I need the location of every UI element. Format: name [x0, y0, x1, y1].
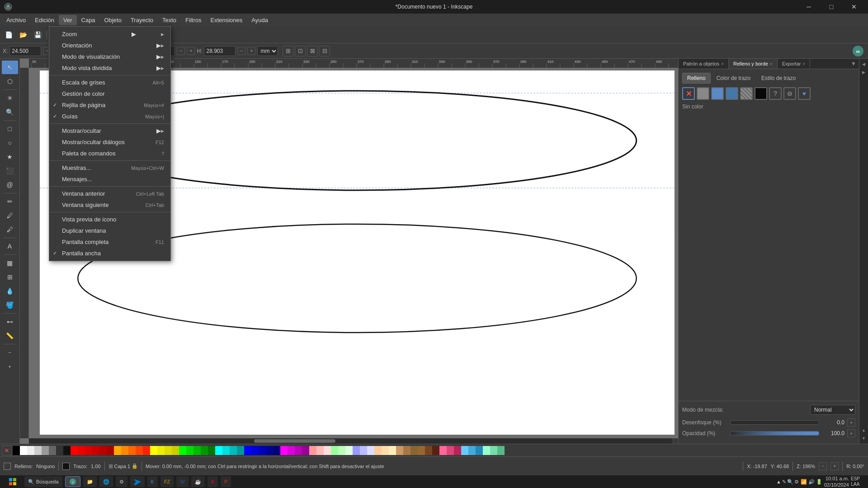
- taskbar-word[interactable]: W: [176, 476, 188, 487]
- opacity-track[interactable]: [730, 431, 819, 436]
- unset-paint-button[interactable]: ⊖: [783, 87, 796, 100]
- edge-btn-3[interactable]: ▲: [860, 427, 868, 434]
- dd-zoom[interactable]: Zoom ▶: [49, 28, 170, 40]
- rect-tool[interactable]: □: [2, 122, 18, 136]
- mesh-tool[interactable]: ⊞: [2, 270, 18, 284]
- text-tool[interactable]: A: [2, 239, 18, 253]
- h-plus[interactable]: +: [247, 47, 255, 55]
- tabs-expand[interactable]: ▼: [848, 59, 859, 69]
- dd-pantalla-ancha[interactable]: ✓ Pantalla ancha: [49, 248, 170, 259]
- palette-swatch[interactable]: [259, 446, 266, 455]
- snap-btn-4[interactable]: ⊟: [319, 46, 330, 56]
- search-tray[interactable]: 🔍: [787, 479, 793, 485]
- tab-export[interactable]: Exportar ×: [778, 59, 810, 69]
- palette-swatch[interactable]: [56, 446, 63, 455]
- battery-icon[interactable]: 🔋: [816, 479, 822, 485]
- clock[interactable]: 10:01 a.m. 02/10/2024: [824, 475, 849, 488]
- palette-swatch[interactable]: [454, 446, 461, 455]
- menu-objeto[interactable]: Objeto: [100, 15, 126, 25]
- measure-tool[interactable]: 📏: [2, 329, 18, 343]
- palette-swatch[interactable]: [34, 446, 42, 455]
- dd-duplicar[interactable]: Duplicar ventana: [49, 225, 170, 236]
- palette-swatch[interactable]: [230, 446, 237, 455]
- blur-track[interactable]: [730, 420, 819, 425]
- blend-mode-select[interactable]: Normal Multiplicar Pantalla Superponer O…: [810, 405, 855, 415]
- taskbar-filezilla[interactable]: FZ: [160, 476, 174, 487]
- edge-btn-4[interactable]: ▼: [860, 435, 868, 442]
- dd-vista-icono[interactable]: Vista previa de icono: [49, 214, 170, 225]
- palette-swatch[interactable]: [27, 446, 34, 455]
- palette-swatch[interactable]: [179, 446, 186, 455]
- palette-swatch[interactable]: [208, 446, 215, 455]
- palette-swatch[interactable]: [280, 446, 288, 455]
- sound-icon[interactable]: 🔊: [808, 479, 815, 485]
- dd-guias[interactable]: ✓ Guías Mayús+|: [49, 111, 170, 122]
- 3d-box-tool[interactable]: ⬛: [2, 164, 18, 178]
- palette-swatch[interactable]: [150, 446, 157, 455]
- h-scroll-thumb[interactable]: [254, 439, 335, 443]
- spiral-tool[interactable]: @: [2, 178, 18, 192]
- palette-swatch[interactable]: [172, 446, 179, 455]
- palette-swatch[interactable]: [309, 446, 316, 455]
- menu-trayecto[interactable]: Trayecto: [126, 15, 158, 25]
- swatch-button[interactable]: [755, 87, 767, 100]
- tweak-tool[interactable]: ✳: [2, 91, 18, 105]
- palette-swatch[interactable]: [302, 446, 309, 455]
- palette-swatch[interactable]: [374, 446, 382, 455]
- minimize-button[interactable]: ─: [798, 0, 819, 14]
- palette-swatch[interactable]: [215, 446, 222, 455]
- palette-swatch[interactable]: [324, 446, 331, 455]
- dd-gestion-color[interactable]: Gestión de color: [49, 88, 170, 99]
- paint-bucket-tool[interactable]: 🪣: [2, 298, 18, 312]
- zoom-out-status[interactable]: −: [819, 462, 827, 470]
- palette-swatch[interactable]: [439, 446, 447, 455]
- blue-color-button[interactable]: [711, 87, 724, 100]
- palette-swatch[interactable]: [490, 446, 497, 455]
- dd-modo-viz[interactable]: Modo de visualización ▶: [49, 51, 170, 62]
- flat-color-button[interactable]: [697, 87, 709, 100]
- gradient-tool[interactable]: ▦: [2, 256, 18, 270]
- palette-swatch[interactable]: [237, 446, 244, 455]
- palette-swatch[interactable]: [288, 446, 295, 455]
- dd-escala-grises[interactable]: Escala de grises Alt+5: [49, 77, 170, 88]
- palette-swatch[interactable]: [396, 446, 403, 455]
- palette-swatch[interactable]: [78, 446, 85, 455]
- language-indicator[interactable]: ESP LAA: [851, 476, 860, 487]
- calligraphy-tool[interactable]: 🖋: [2, 223, 18, 236]
- menu-ver[interactable]: Ver: [59, 15, 77, 25]
- palette-swatch[interactable]: [114, 446, 121, 455]
- no-paint-button[interactable]: ✕: [682, 87, 695, 100]
- close-button[interactable]: ✕: [844, 0, 864, 14]
- palette-swatch[interactable]: [447, 446, 454, 455]
- edge-btn-2[interactable]: ▶: [860, 69, 868, 76]
- menu-texto[interactable]: Texto: [158, 15, 181, 25]
- palette-swatch[interactable]: [143, 446, 150, 455]
- blur-add[interactable]: +: [847, 418, 855, 427]
- palette-swatch[interactable]: [107, 446, 114, 455]
- blue2-color-button[interactable]: [726, 87, 738, 100]
- taskbar-kleopatra[interactable]: K: [147, 476, 158, 487]
- menu-edicion[interactable]: Edición: [30, 15, 59, 25]
- zoom-in-status[interactable]: +: [830, 462, 839, 470]
- h-input[interactable]: [204, 46, 236, 56]
- settings-tray[interactable]: ⚙: [794, 479, 799, 485]
- dd-ventana-siguiente[interactable]: Ventana siguiente Ctrl+Tab: [49, 199, 170, 211]
- close-tab-pattern[interactable]: ×: [721, 61, 724, 66]
- tab-pattern-to-objects[interactable]: Patrón a objetos ×: [679, 59, 729, 69]
- tray-arrow[interactable]: ▲: [776, 479, 781, 484]
- new-button[interactable]: 📄: [2, 28, 15, 41]
- wifi-icon[interactable]: 📶: [801, 479, 807, 485]
- stroke-color-subtab[interactable]: Color de trazo: [712, 73, 755, 84]
- palette-swatch[interactable]: [128, 446, 136, 455]
- taskbar-app3[interactable]: ⚙: [116, 476, 127, 487]
- dd-dialogos[interactable]: Mostrar/ocultar diálogos F12: [49, 136, 170, 148]
- palette-swatch[interactable]: [331, 446, 338, 455]
- palette-swatch[interactable]: [353, 446, 360, 455]
- x-input[interactable]: [9, 46, 41, 56]
- palette-swatch[interactable]: [338, 446, 345, 455]
- pattern-button[interactable]: [740, 87, 753, 100]
- ver-dropdown-menu[interactable]: Zoom ▶ Orientación ▶ Modo de visualizaci…: [49, 26, 171, 261]
- inkscape-tray[interactable]: ✎: [782, 479, 786, 485]
- palette-swatch[interactable]: [49, 446, 56, 455]
- palette-swatch[interactable]: [165, 446, 172, 455]
